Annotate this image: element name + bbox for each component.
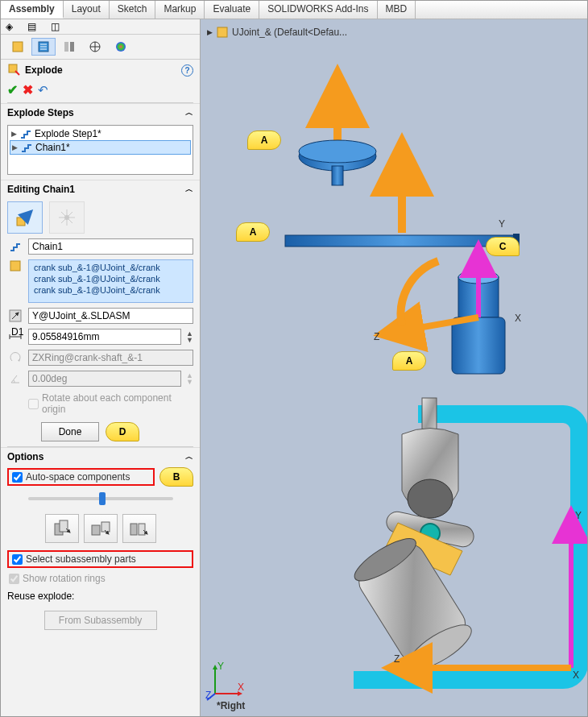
- svg-text:Z: Z: [394, 653, 400, 665]
- done-button[interactable]: Done: [41, 422, 99, 441]
- explode-steps-list[interactable]: ▶ Explode Step1* ▶ Chain1*: [7, 125, 193, 175]
- select-sub-checkbox[interactable]: [12, 554, 23, 565]
- angle-icon: [7, 372, 23, 385]
- panel-tab-row: [1, 35, 200, 60]
- components-icon: [7, 259, 23, 272]
- rotate-each-checkbox: [28, 399, 39, 409]
- svg-rect-38: [285, 235, 519, 247]
- rotation-axis-input: [28, 350, 193, 366]
- view-name-label: *Right: [217, 700, 245, 711]
- ok-icon[interactable]: ✔: [7, 82, 18, 97]
- svg-rect-37: [332, 166, 343, 185]
- graphics-area[interactable]: ▶ UJoint_& (Default<Defau...: [201, 19, 587, 716]
- svg-rect-27: [60, 520, 68, 532]
- tab-assembly[interactable]: Assembly: [1, 1, 64, 19]
- chevron-up-icon: ︿: [185, 451, 193, 462]
- toolbar-icon-3[interactable]: ◫: [51, 21, 60, 32]
- exploded-view-graphic: Y Z X: [241, 52, 563, 390]
- auto-space-slider[interactable]: [7, 491, 193, 507]
- confirm-row: ✔ ✖ ↶: [1, 81, 200, 102]
- explode-steps-header[interactable]: Explode Steps ︿: [1, 103, 200, 122]
- callout-b: B: [159, 467, 193, 487]
- command-tab-bar: Assembly Layout Sketch Markup Evaluate S…: [1, 1, 587, 19]
- select-sub-highlight: Select subassembly parts: [7, 550, 193, 568]
- svg-line-20: [67, 218, 72, 223]
- feature-title: Explode: [25, 64, 63, 76]
- svg-point-36: [299, 140, 376, 163]
- panel-tab-config[interactable]: [57, 38, 81, 56]
- svg-text:Y: Y: [217, 661, 224, 672]
- step-name-input[interactable]: [28, 238, 193, 255]
- panel-tab-appearance[interactable]: [109, 38, 133, 56]
- components-list[interactable]: crank sub_&-1@UJoint_&/crank crank sub_&…: [28, 259, 193, 303]
- svg-text:D1: D1: [11, 326, 24, 338]
- panel-mini-toolbar: ◈ ▤ ◫: [1, 19, 200, 35]
- svg-rect-5: [64, 42, 68, 52]
- auto-space-row[interactable]: Auto-space components: [10, 470, 151, 483]
- panel-tab-dimxpert[interactable]: [83, 38, 107, 56]
- svg-rect-6: [70, 42, 74, 52]
- svg-text:X: X: [573, 669, 579, 681]
- svg-rect-13: [17, 218, 25, 226]
- tab-mbd[interactable]: MBD: [378, 1, 416, 19]
- options-header[interactable]: Options ︿: [1, 447, 200, 466]
- editing-chain-header[interactable]: Editing Chain1 ︿: [1, 180, 200, 198]
- undo-icon[interactable]: ↶: [38, 83, 48, 97]
- toolbar-icon-1[interactable]: ◈: [6, 21, 13, 32]
- chevron-up-icon: ︿: [185, 107, 193, 118]
- svg-rect-41: [452, 317, 505, 374]
- callout-a: A: [392, 351, 426, 371]
- ujoint-graphic: Y Z X: [297, 398, 587, 704]
- svg-text:X: X: [515, 313, 521, 324]
- svg-text:Y: Y: [575, 510, 582, 521]
- panel-tab-feature-tree[interactable]: [6, 38, 30, 56]
- bbox-mode-2-button[interactable]: [84, 514, 118, 543]
- cancel-icon[interactable]: ✖: [23, 82, 33, 97]
- feature-title-row: Explode ?: [1, 60, 200, 81]
- help-icon[interactable]: ?: [181, 64, 193, 77]
- svg-text:X: X: [238, 682, 244, 693]
- svg-point-10: [116, 42, 126, 52]
- auto-space-highlight: Auto-space components: [7, 468, 155, 486]
- step-name-icon: [7, 241, 23, 252]
- assembly-icon: [216, 26, 229, 39]
- spinner-icon[interactable]: ▲▼: [186, 330, 193, 343]
- tab-layout[interactable]: Layout: [64, 1, 110, 19]
- tab-addins[interactable]: SOLIDWORKS Add-Ins: [259, 1, 377, 19]
- svg-line-19: [67, 212, 72, 218]
- svg-rect-30: [130, 524, 137, 535]
- select-sub-row[interactable]: Select subassembly parts: [10, 553, 190, 566]
- from-subassembly-button: From Subassembly: [44, 611, 157, 630]
- radial-step-button: [49, 201, 85, 234]
- distance-icon: D1: [7, 331, 23, 342]
- regular-step-button[interactable]: [7, 201, 43, 234]
- orientation-triad[interactable]: Y X Z: [205, 661, 244, 700]
- spinner-icon: ▲▼: [186, 372, 193, 385]
- callout-d: D: [106, 422, 139, 441]
- explode-icon: [7, 63, 22, 77]
- chevron-up-icon: ︿: [185, 184, 193, 195]
- show-rings-row: Show rotation rings: [7, 572, 193, 585]
- tab-evaluate[interactable]: Evaluate: [205, 1, 259, 19]
- svg-rect-32: [217, 27, 227, 37]
- tab-markup[interactable]: Markup: [155, 1, 205, 19]
- tab-sketch[interactable]: Sketch: [110, 1, 156, 19]
- svg-rect-28: [92, 525, 100, 535]
- bbox-mode-1-button[interactable]: [45, 514, 79, 543]
- auto-space-checkbox[interactable]: [12, 472, 23, 483]
- show-rings-checkbox: [9, 574, 19, 584]
- svg-rect-23: [10, 261, 20, 271]
- svg-point-49: [408, 479, 453, 518]
- panel-tab-property-manager[interactable]: [31, 38, 56, 56]
- rotation-axis-icon: [7, 351, 23, 364]
- reuse-label: Reuse explode:: [7, 589, 193, 603]
- distance-input[interactable]: [28, 329, 181, 345]
- bbox-mode-3-button[interactable]: [122, 514, 156, 543]
- direction-input[interactable]: [28, 308, 193, 324]
- breadcrumb[interactable]: ▶ UJoint_& (Default<Defau...: [207, 26, 347, 39]
- step-item-2[interactable]: ▶ Chain1*: [10, 140, 191, 155]
- svg-rect-29: [101, 522, 110, 532]
- step-item-1[interactable]: ▶ Explode Step1*: [10, 127, 191, 140]
- toolbar-icon-2[interactable]: ▤: [27, 21, 36, 32]
- direction-icon: [7, 309, 23, 322]
